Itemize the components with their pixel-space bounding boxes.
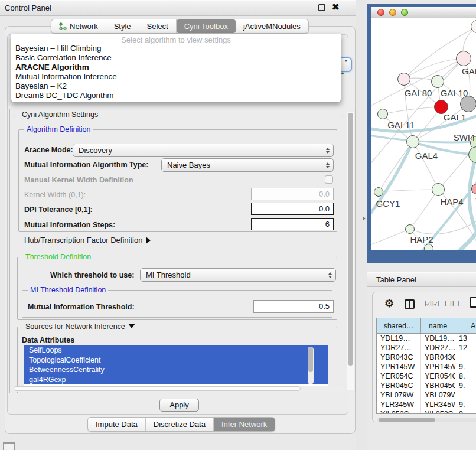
table-cell[interactable]: YER054C	[421, 371, 455, 381]
attribute-list-option[interactable]: TopologicalCoefficient	[24, 356, 328, 366]
network-node-gal4[interactable]	[406, 135, 419, 148]
network-node-gal80[interactable]	[397, 73, 410, 86]
network-node[interactable]	[460, 96, 476, 112]
checked-pair-icon[interactable]: ☑☑	[425, 299, 439, 308]
table-cell[interactable]: YLR345W	[421, 400, 455, 409]
table-cell[interactable]: YBR043C	[421, 353, 455, 362]
table-hscroll-thumb[interactable]	[379, 418, 435, 422]
minimize-window-icon[interactable]	[389, 9, 396, 16]
algorithm-option[interactable]: ARACNE Algorithm	[11, 63, 341, 72]
table-cell[interactable]: YBR045C	[421, 381, 455, 390]
table-cell[interactable]: 12	[455, 343, 476, 353]
table-cell[interactable]: 9.	[455, 381, 476, 390]
table-header-2[interactable]: A	[455, 318, 476, 334]
split-pane-divider[interactable]	[356, 0, 367, 450]
aracne-mode-combobox[interactable]: Discovery	[73, 144, 334, 157]
table-cell[interactable]: YER054C	[377, 371, 421, 381]
table-row[interactable]: YER054CYER054C8.	[377, 371, 476, 381]
settings-vscroll-thumb[interactable]	[348, 113, 353, 366]
node-attribute-table[interactable]: shared…nameA YDL19…YDL19…13YDR27…YDR27…1…	[376, 318, 476, 414]
manual-kernel-checkbox[interactable]	[325, 175, 333, 184]
table-cell[interactable]: YBL079W	[421, 390, 455, 400]
table-cell[interactable]: YIL052C	[377, 409, 421, 414]
table-cell[interactable]: YIL052C	[421, 409, 455, 414]
restore-panel-icon[interactable]	[3, 442, 15, 450]
network-canvas[interactable]: GALGAL80GAL10GAL1GAL11SWI4GAL4GCY1HAP4YH…	[371, 18, 476, 250]
table-cell[interactable]: 9	[455, 409, 476, 414]
table-cell[interactable]: YDR27…	[377, 343, 421, 353]
table-row[interactable]: YPR145WYPR145W9.	[377, 362, 476, 371]
algorithm-option[interactable]: Dream8 DC_TDC Algorithm	[11, 91, 341, 100]
sources-group-title[interactable]: Sources for Network Inference	[23, 322, 138, 331]
unchecked-pair-icon[interactable]: ☐☐	[445, 299, 459, 308]
gear-icon[interactable]: ⚙	[384, 298, 394, 309]
float-panel-icon[interactable]	[318, 4, 325, 11]
table-header-1[interactable]: name	[421, 318, 455, 334]
divider-grip-icon[interactable]	[363, 216, 366, 221]
table-row[interactable]: YDL19…YDL19…13	[377, 334, 476, 343]
table-cell[interactable]: YDL19…	[421, 334, 455, 343]
table-cell[interactable]: YDR27…	[421, 343, 455, 353]
dpi-tolerance-field[interactable]: 0.0	[251, 203, 334, 215]
table-cell[interactable]: YBL079W	[377, 390, 421, 400]
table-cell[interactable]: YPR145W	[377, 362, 421, 371]
table-cell[interactable]: YBR045C	[377, 381, 421, 390]
kernel-width-field[interactable]: 0.0	[251, 188, 334, 200]
mi-threshold-field[interactable]: 0.5	[253, 300, 334, 313]
network-node-hap4[interactable]	[432, 183, 445, 196]
table-row[interactable]: YBR043CYBR043C	[377, 353, 476, 362]
attribute-list-option[interactable]: BetweennessCentrality	[24, 365, 328, 375]
network-node-gcy1[interactable]	[374, 187, 383, 197]
network-node[interactable]	[424, 244, 433, 250]
close-window-icon[interactable]	[377, 9, 384, 16]
table-row[interactable]: YDR27…YDR27…12	[377, 343, 476, 353]
mi-type-combobox[interactable]: Naive Bayes	[161, 158, 334, 172]
algorithm-option[interactable]: Bayesian – Hill Climbing	[11, 44, 341, 53]
mi-steps-field[interactable]: 6	[251, 218, 334, 230]
network-window-titlebar[interactable]	[371, 7, 476, 18]
table-horizontal-scrollbar[interactable]	[377, 418, 476, 422]
tab-jactivemnodules[interactable]: jActiveMNodules	[236, 19, 308, 33]
algorithm-option[interactable]: Mutual Information Inference	[11, 72, 341, 81]
which-threshold-combobox[interactable]: MI Threshold	[140, 268, 336, 282]
table-cell[interactable]	[455, 353, 476, 362]
close-panel-icon[interactable]: ✖	[332, 2, 340, 12]
settings-hscroll-thumb[interactable]	[14, 386, 301, 391]
table-cell[interactable]: 8.	[455, 371, 476, 381]
table-cell[interactable]: YPR145W	[421, 362, 455, 371]
table-header-0[interactable]: shared…	[377, 318, 421, 334]
table-cell[interactable]: 9.	[455, 362, 476, 371]
data-attributes-list[interactable]: SelfLoopsTopologicalCoefficientBetweenne…	[24, 345, 328, 386]
settings-horizontal-scrollbar[interactable]	[12, 386, 344, 392]
tab-select[interactable]: Select	[139, 19, 177, 33]
table-cell[interactable]: YDL19…	[377, 334, 421, 343]
hub-definition-toggle[interactable]: Hub/Transcription Factor Definition	[24, 236, 151, 244]
network-node-gal10[interactable]	[431, 75, 444, 88]
bottom-tab-infer-network[interactable]: Infer Network	[214, 418, 275, 431]
bottom-tab-discretize-data[interactable]: Discretize Data	[146, 418, 214, 431]
network-node-gal11[interactable]	[377, 109, 388, 119]
tab-network[interactable]: Network	[51, 19, 106, 33]
algorithm-option[interactable]: Bayesian – K2	[11, 81, 341, 91]
settings-vertical-scrollbar[interactable]	[347, 112, 354, 390]
apply-button[interactable]: Apply	[159, 399, 199, 412]
table-row[interactable]: YBL079WYBL079W	[377, 390, 476, 400]
table-row[interactable]: YLR345WYLR345W9.	[377, 400, 476, 409]
document-icon[interactable]	[470, 297, 476, 308]
network-node-gal[interactable]	[456, 51, 471, 66]
tab-cyni-toolbox[interactable]: Cyni Toolbox	[177, 19, 236, 33]
table-cell[interactable]: YBR043C	[377, 353, 421, 362]
attribute-list-option[interactable]: gal4RGexp	[24, 375, 328, 385]
table-row[interactable]: YIL052CYIL052C9	[377, 409, 476, 414]
network-node-hap2[interactable]	[405, 224, 415, 234]
table-cell[interactable]	[455, 390, 476, 400]
tab-style[interactable]: Style	[106, 19, 139, 33]
table-cell[interactable]: 13	[455, 334, 476, 343]
columns-icon[interactable]	[405, 299, 415, 309]
table-row[interactable]: YBR045CYBR045C9.	[377, 381, 476, 390]
zoom-window-icon[interactable]	[401, 9, 408, 16]
attribute-list-option[interactable]: SelfLoops	[24, 345, 328, 356]
bottom-tab-impute-data[interactable]: Impute Data	[88, 418, 146, 431]
table-cell[interactable]: 9.	[455, 400, 476, 409]
algorithm-option[interactable]: Basic Correlation Inference	[11, 53, 341, 63]
